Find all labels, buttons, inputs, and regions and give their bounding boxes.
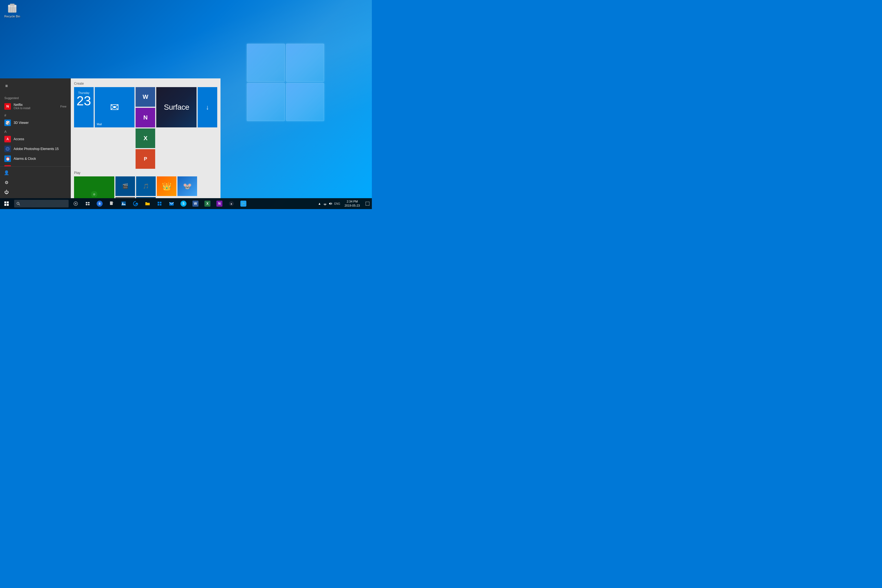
system-clock[interactable]: 2:34 PM 2019-05-23 <box>341 198 363 209</box>
create-label: Create <box>74 82 217 86</box>
svg-rect-39 <box>160 204 161 206</box>
task-view-icon <box>86 201 90 206</box>
taskbar-excel-app[interactable]: X <box>201 198 213 209</box>
suggested-label: Suggested <box>0 94 71 101</box>
xbox-tile[interactable]: Xbox <box>74 176 114 198</box>
desktop: Recycle Bin ≡ Suggested N Netflix Click … <box>0 0 372 209</box>
search-icon <box>16 202 20 206</box>
search-bar[interactable] <box>14 200 69 207</box>
food-cell: 🍖 <box>116 197 135 198</box>
system-tray: ▲ ENG <box>317 198 372 209</box>
svg-point-13 <box>93 193 95 195</box>
svg-rect-29 <box>88 204 90 205</box>
svg-marker-31 <box>112 201 114 203</box>
svg-rect-3 <box>286 83 324 121</box>
svg-rect-21 <box>7 204 9 206</box>
svg-rect-27 <box>88 202 90 203</box>
surface-tile[interactable]: Surface <box>156 87 196 128</box>
download-tile[interactable]: ↓ <box>198 87 217 128</box>
photoshop-icon <box>4 146 11 152</box>
task-view-button[interactable] <box>82 198 94 209</box>
3dviewer-label: 3D Viewer <box>14 121 28 124</box>
calendar-num: 23 <box>76 94 91 108</box>
app-item-photoshop[interactable]: Adobe Photoshop Elements 15 <box>0 144 71 154</box>
taskbar-twitter-app[interactable]: 🐦 <box>237 198 249 209</box>
taskbar-file-app[interactable] <box>106 198 118 209</box>
svg-rect-45 <box>366 202 369 206</box>
calendar-tile[interactable]: Thursday 23 <box>74 87 94 128</box>
tray-volume-icon[interactable] <box>328 198 333 209</box>
word-icon: W <box>142 93 148 100</box>
movie-tv-cell: 🎬 <box>116 176 135 196</box>
taskbar-store-app[interactable] <box>153 198 165 209</box>
language-indicator[interactable]: ENG <box>333 198 341 209</box>
excel-tile[interactable]: X <box>136 129 155 148</box>
app-item-alarms[interactable]: ⏰ Alarms & Clock <box>0 154 71 164</box>
taskbar-explorer-app[interactable] <box>141 198 153 209</box>
excel-taskbar-icon: X <box>204 201 210 207</box>
word-taskbar-icon: W <box>192 201 198 207</box>
svg-rect-26 <box>86 202 87 203</box>
svg-line-23 <box>19 204 20 205</box>
mail-taskbar-icon <box>168 201 174 207</box>
svg-rect-18 <box>4 201 6 203</box>
play-row-1: Xbox 🎬 🎵 🍖 📞 Photos <box>74 176 217 198</box>
photos-tile-group[interactable]: 🎬 🎵 🍖 📞 Photos <box>116 176 156 198</box>
settings-button[interactable]: ⚙ <box>0 177 13 187</box>
photos-taskbar-icon <box>121 201 127 207</box>
mail-icon: ✉ <box>110 101 119 114</box>
netflix-name: Netflix <box>14 103 57 107</box>
app-item-appmark[interactable]: ▶ APPmark 2018 <box>0 164 71 166</box>
power-button[interactable]: ⏻ <box>0 187 13 197</box>
mickey-tile[interactable]: 🐭 <box>177 176 197 196</box>
volume-svg-icon <box>328 202 332 205</box>
notification-icon <box>366 202 369 206</box>
start-button[interactable] <box>0 198 13 209</box>
app-item-access[interactable]: A Access <box>0 134 71 144</box>
user-button[interactable]: 👤 <box>0 168 13 177</box>
surface-text: Surface <box>164 103 189 112</box>
photoshop-label: Adobe Photoshop Elements 15 <box>14 147 58 151</box>
tray-network-icon[interactable] <box>322 198 328 209</box>
explorer-taskbar-icon <box>144 201 150 207</box>
svg-rect-32 <box>122 201 126 206</box>
taskbar-skype-app[interactable]: S <box>177 198 189 209</box>
show-hidden-icons[interactable]: ▲ <box>317 198 322 209</box>
alarms-icon: ⏰ <box>4 156 11 162</box>
eng-label: ENG <box>334 202 340 205</box>
svg-rect-20 <box>4 204 6 206</box>
twitter-taskbar-icon: 🐦 <box>240 201 246 207</box>
svg-text:♠: ♠ <box>231 202 232 205</box>
taskbar-onenote-app[interactable]: N <box>213 198 225 209</box>
svg-rect-19 <box>7 201 9 203</box>
hamburger-button[interactable]: ≡ <box>0 81 13 92</box>
taskbar-steam-app[interactable]: ♠ <box>225 198 237 209</box>
settings-icon: ⚙ <box>4 180 9 185</box>
app-item-3dviewer[interactable]: 🎲 3D Viewer <box>0 118 71 128</box>
surface-col: Surface <box>156 87 196 169</box>
notification-center[interactable] <box>363 198 372 209</box>
taskbar-word-app[interactable]: W <box>189 198 201 209</box>
windows-logo <box>241 38 328 125</box>
recycle-bin-icon[interactable]: Recycle Bin <box>3 3 22 18</box>
excel-icon: X <box>144 135 147 142</box>
access-icon: A <box>4 136 11 142</box>
access-label: Access <box>14 137 24 141</box>
taskbar-mail-app[interactable] <box>165 198 177 209</box>
taskbar-bmw-app[interactable]: B <box>94 198 106 209</box>
taskbar-edge-app[interactable] <box>130 198 141 209</box>
office-tiles-col: W N X P <box>136 87 155 169</box>
taskbar-photos-app[interactable] <box>118 198 130 209</box>
king-tile[interactable]: 👑 <box>157 176 176 196</box>
mail-tile[interactable]: ✉ Mail <box>95 87 135 128</box>
svg-rect-0 <box>247 44 285 82</box>
netflix-app-item[interactable]: N Netflix Click to install Free <box>0 101 71 111</box>
svg-rect-1 <box>286 44 324 82</box>
onenote-tile[interactable]: N <box>136 108 155 128</box>
create-row-1: Thursday 23 ✉ Mail W <box>74 87 217 169</box>
netflix-badge: Free <box>60 105 66 108</box>
word-tile[interactable]: W <box>136 87 155 107</box>
ppt-tile[interactable]: P <box>136 149 155 169</box>
onenote-icon: N <box>144 114 148 121</box>
cortana-button[interactable] <box>70 198 82 209</box>
